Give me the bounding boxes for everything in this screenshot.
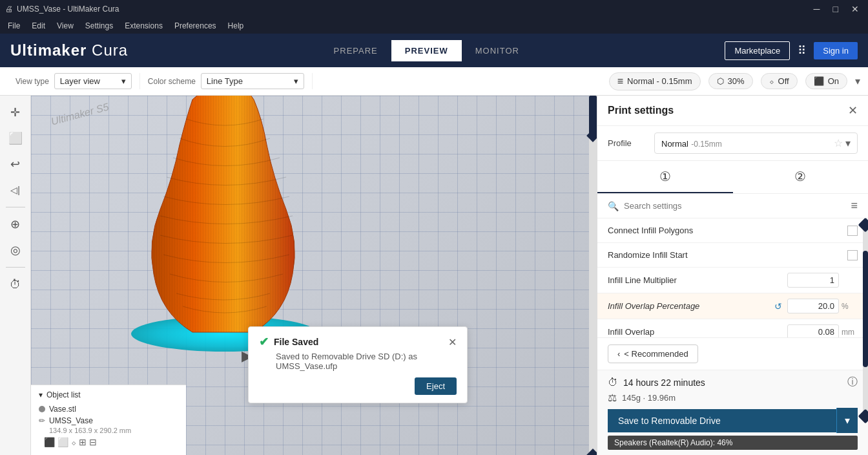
- checkbox-connect-infill[interactable]: [847, 226, 858, 236]
- info-detail-button[interactable]: ⓘ: [847, 376, 858, 389]
- scroll-indicator[interactable]: [863, 225, 868, 416]
- close-button[interactable]: ✕: [847, 3, 863, 16]
- print-settings-panel: 1920 Print settings ✕ Profile Normal -0.…: [597, 96, 868, 455]
- chevron-down-icon-2: ▾: [294, 76, 298, 86]
- setting-row-connect-infill: Connect Infill Polygons: [597, 218, 868, 243]
- support-obj-icon[interactable]: ⬦: [71, 437, 76, 447]
- tooltip: Speakers (Realtek(R) Audio): 46%: [608, 436, 858, 450]
- view-type-select[interactable]: Layer view ▾: [54, 73, 132, 89]
- setting-row-infill-overlap-pct: Infill Overlap Percentage ↺ %: [597, 293, 868, 319]
- setting-value-randomize-infill: [847, 250, 858, 260]
- file-saved-notification: ✔ File Saved ✕ Saved to Removable Drive …: [248, 326, 468, 403]
- star-icon[interactable]: ☆: [834, 137, 843, 149]
- cube-icon[interactable]: ⬛: [44, 437, 55, 447]
- menu-extensions[interactable]: Extensions: [119, 20, 168, 32]
- object-list-header[interactable]: ▾ Object list: [39, 390, 178, 399]
- select-button[interactable]: ⬜: [4, 127, 27, 150]
- search-row: 🔍 ≡: [597, 194, 868, 218]
- menu-preferences[interactable]: Preferences: [169, 20, 222, 32]
- setting-name-connect-infill: Connect Infill Polygons: [608, 226, 847, 235]
- right-scrollbar[interactable]: [589, 96, 597, 455]
- expand-button[interactable]: ▾: [855, 75, 860, 87]
- settings-search-input[interactable]: [624, 201, 845, 211]
- coverage-pill[interactable]: ⬡ 30%: [708, 73, 753, 89]
- menu-help[interactable]: Help: [223, 20, 249, 32]
- clock-icon: ⏱: [608, 377, 618, 388]
- marketplace-button[interactable]: Marketplace: [725, 41, 790, 60]
- reset-infill-overlap-btn[interactable]: ↺: [774, 301, 782, 312]
- logo-sub: Cura: [92, 41, 128, 59]
- panel-tab-2[interactable]: ②: [733, 161, 869, 193]
- menu-edit[interactable]: Edit: [26, 20, 50, 32]
- add-object-button[interactable]: ✛: [4, 101, 27, 124]
- input-infill-multiplier[interactable]: [787, 273, 839, 288]
- color-scheme-select[interactable]: Line Type ▾: [201, 73, 304, 89]
- apps-grid-button[interactable]: ⠿: [795, 41, 809, 60]
- view-type-label: View type: [16, 77, 49, 86]
- profile-label: Profile: [608, 138, 646, 148]
- object-filename: Vase.stl: [49, 405, 76, 414]
- chevron-down-icon: ▾: [121, 76, 126, 86]
- eject-button[interactable]: Eject: [415, 377, 457, 395]
- view-button[interactable]: ◎: [4, 238, 27, 262]
- timer-button[interactable]: ⏱: [4, 273, 27, 296]
- edit-icon: ✏: [39, 416, 45, 425]
- tab-monitor[interactable]: MONITOR: [462, 40, 533, 61]
- maximize-button[interactable]: □: [829, 3, 842, 16]
- logo-text: Ultimaker Cura: [10, 41, 128, 59]
- panel-title: Print settings: [608, 105, 674, 116]
- profile-actions: ☆ ▾: [834, 137, 851, 149]
- support-value: Off: [778, 76, 789, 86]
- panel-header: Print settings ✕: [597, 96, 868, 126]
- profile-pill[interactable]: ≡ Normal - 0.15mm: [609, 72, 701, 90]
- setting-value-infill-multiplier: [787, 273, 858, 288]
- 3d-model-area: [108, 96, 341, 352]
- chevron-right-icon[interactable]: ▾: [845, 137, 851, 149]
- weight-icon: ⚖: [608, 392, 617, 404]
- panel-close-button[interactable]: ✕: [848, 103, 858, 118]
- search-icon: 🔍: [608, 201, 619, 211]
- save-dropdown-button[interactable]: ▾: [836, 408, 858, 433]
- time-row: ⏱ 14 hours 22 minutes ⓘ: [608, 376, 858, 389]
- chevron-left-icon: ‹: [617, 349, 620, 359]
- panel-tab-1[interactable]: ①: [597, 161, 733, 193]
- layer-icon[interactable]: ⬜: [57, 437, 68, 447]
- minimize-button[interactable]: ─: [810, 3, 824, 16]
- view-type-value: Layer view: [60, 76, 100, 86]
- object-item-1: Vase.stl: [39, 403, 178, 415]
- tab-prepare[interactable]: PREPARE: [320, 40, 391, 61]
- menu-settings[interactable]: Settings: [80, 20, 118, 32]
- nav-tabs: PREPARE PREVIEW MONITOR: [320, 40, 533, 61]
- profile-pill-text: Normal - 0.15mm: [627, 76, 692, 86]
- tab-preview[interactable]: PREVIEW: [391, 40, 462, 61]
- input-infill-overlap-pct[interactable]: [787, 299, 839, 313]
- signin-button[interactable]: Sign in: [814, 42, 858, 59]
- adhesion-pill[interactable]: ⬛ On: [805, 73, 847, 89]
- save-row: Save to Removable Drive ▾: [608, 408, 858, 433]
- setting-value-infill-overlap-pct: ↺ %: [774, 299, 858, 313]
- setting-name-randomize-infill: Randomize Infill Start: [608, 250, 847, 260]
- duplicate-icon[interactable]: ⊟: [89, 437, 97, 447]
- setting-name-infill-overlap: Infill Overlap: [608, 327, 787, 337]
- object-list-label: Object list: [46, 390, 81, 399]
- recommended-button[interactable]: ‹ < Recommended: [608, 344, 698, 363]
- checkbox-randomize-infill[interactable]: [847, 250, 858, 260]
- mirror-button[interactable]: ◁|: [4, 178, 27, 202]
- vase-svg: [141, 96, 309, 339]
- notification-header: ✔ File Saved ✕: [259, 335, 457, 349]
- undo-button[interactable]: ↩: [4, 153, 27, 176]
- merge-icon[interactable]: ⊞: [79, 437, 87, 447]
- print-weight: 145g · 19.96m: [622, 393, 676, 403]
- object-name-label: UMSS_Vase: [49, 416, 93, 425]
- view-type-group: View type Layer view ▾: [8, 73, 140, 89]
- setting-name-infill-multiplier: Infill Line Multiplier: [608, 275, 787, 285]
- menu-file[interactable]: File: [3, 20, 25, 32]
- save-to-drive-button[interactable]: Save to Removable Drive: [608, 409, 836, 432]
- support-pill[interactable]: ⬦ Off: [761, 73, 798, 89]
- setting-row-infill-overlap: Infill Overlap mm: [597, 319, 868, 337]
- notification-close-button[interactable]: ✕: [448, 336, 457, 348]
- input-infill-overlap[interactable]: [787, 324, 839, 337]
- zoom-in-button[interactable]: ⊕: [4, 213, 27, 236]
- menu-view[interactable]: View: [52, 20, 79, 32]
- menu-lines-icon[interactable]: ≡: [851, 199, 858, 213]
